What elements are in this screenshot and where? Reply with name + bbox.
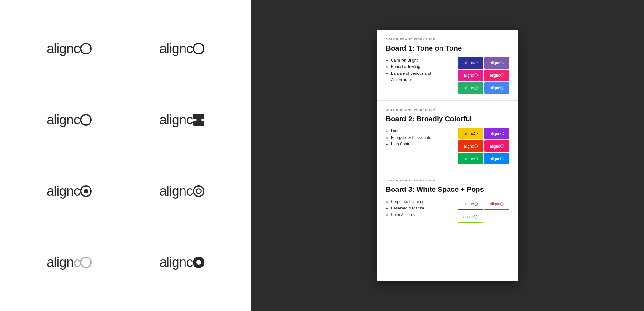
logo-variant-2: alignc: [159, 42, 205, 55]
board-1-logo-grid: alignc alignc alignc alignc alignc: [458, 57, 509, 94]
document-preview: COLOR BRAND WORKSHOP Board 1: Tone on To…: [377, 30, 518, 281]
board-1-logo-cell-1: alignc: [458, 57, 483, 69]
logo-variant-3: alignc: [47, 113, 92, 127]
board-2-bullet-3: High Contrast: [391, 141, 453, 147]
board-2-bullets: Loud Energetic & Passionate High Contras…: [386, 128, 453, 147]
board-1-mini-logo-5: alignc: [463, 85, 478, 90]
board-3-mini-logo-1: alignc: [463, 201, 478, 206]
board-1-bullet-2: Honest & Inviting: [391, 63, 453, 70]
board-1-logo-cell-3: alignc: [458, 70, 483, 81]
board-1-logo-cell-6: alignc: [484, 82, 510, 94]
board-3-bullet-2: Reserved & Mature: [391, 205, 453, 211]
board-2-mini-logo-5: alignc: [463, 156, 478, 161]
board-2-bullet-2: Energetic & Passionate: [391, 134, 453, 141]
board-2-content: Loud Energetic & Passionate High Contras…: [386, 128, 509, 164]
board-3-section: COLOR BRAND WORKSHOP Board 3: White Spac…: [377, 171, 518, 229]
board-2-logo-cell-1: alignc: [458, 128, 483, 139]
board-3-workshop-label: COLOR BRAND WORKSHOP: [386, 179, 509, 182]
logo-o-inverted-icon: [193, 257, 204, 268]
logo-align-text: align: [47, 184, 74, 198]
logo-variant-4: alignc: [159, 113, 205, 127]
logo-variant-1: alignc: [47, 42, 92, 55]
logo-c-text: c: [186, 113, 193, 127]
logo-c-text: c: [73, 256, 80, 269]
logo-o-icon: [80, 43, 92, 54]
board-1-mini-logo-3: alignc: [463, 73, 478, 78]
board-1-logo-cell-5: alignc: [458, 82, 483, 94]
left-panel: alignc alignc alignc alignc alignc align…: [0, 0, 251, 311]
board-1-title: Board 1: Tone on Tone: [386, 44, 509, 53]
board-2-logo-cell-3: alignc: [458, 140, 483, 152]
logo-variant-6: alignc: [159, 184, 205, 198]
board-2-workshop-label: COLOR BRAND WORKSHOP: [386, 108, 509, 112]
board-1-workshop-label: COLOR BRAND WORKSHOP: [386, 38, 509, 41]
logo-o-target-icon: [80, 185, 92, 197]
board-1-section: COLOR BRAND WORKSHOP Board 1: Tone on To…: [377, 30, 518, 101]
board-2-logo-cell-6: alignc: [484, 153, 510, 164]
logo-align-text: align: [47, 42, 74, 55]
board-2-title: Board 2: Broadly Colorful: [386, 115, 509, 123]
logo-o-double-circle-icon: [193, 185, 204, 197]
logo-variant-8: alignc: [159, 256, 205, 269]
board-2-mini-logo-4: alignc: [490, 144, 504, 149]
board-3-bullets: Corporate Leaning Reserved & Mature Colo…: [386, 199, 453, 218]
logo-c-text: c: [186, 256, 193, 269]
logo-c-text: c: [73, 184, 80, 198]
board-2-logo-grid: alignc alignc alignc alignc alignc: [458, 128, 509, 164]
board-1-bullet-3: Balance of Serious and Adventurous: [391, 70, 453, 83]
board-1-mini-logo-6: alignc: [490, 85, 504, 90]
board-3-mini-logo-2: alignc: [490, 201, 504, 206]
board-3-title: Board 3: White Space + Pops: [386, 185, 509, 194]
board-2-bullet-1: Loud: [391, 128, 453, 134]
board-3-logo-grid: alignc alignc alignc: [458, 199, 509, 223]
logo-c-text: c: [186, 184, 193, 198]
board-2-logo-cell-2: alignc: [484, 128, 510, 139]
logo-variant-7: alignc: [47, 256, 92, 269]
logo-c-text: c: [73, 42, 80, 55]
board-1-logo-cell-4: alignc: [484, 70, 510, 81]
board-3-logo-cell-2: alignc: [484, 199, 509, 210]
logo-variant-5: alignc: [47, 184, 92, 198]
logo-align-text: align: [159, 42, 186, 55]
board-1-mini-logo-4: alignc: [490, 73, 504, 78]
logo-c-text: c: [73, 113, 80, 127]
board-3-top-row: alignc alignc: [458, 199, 509, 210]
logo-o-icon: [193, 43, 204, 54]
board-3-bullet-1: Corporate Leaning: [391, 199, 453, 205]
board-1-mini-logo-1: alignc: [463, 60, 478, 65]
board-2-mini-logo-1: alignc: [463, 131, 478, 136]
board-3-bullet-3: Color Accents: [391, 211, 453, 218]
logo-align-text: align: [159, 113, 186, 127]
board-1-logo-cell-2: alignc: [484, 57, 510, 69]
board-3-content: Corporate Leaning Reserved & Mature Colo…: [386, 199, 509, 223]
logo-align-text: align: [47, 256, 74, 269]
board-3-logo-cell-3: alignc: [458, 211, 483, 223]
logo-o-hourglass-icon: [193, 114, 204, 126]
board-2-mini-logo-2: alignc: [490, 131, 504, 136]
logo-o-icon: [80, 114, 92, 126]
board-3-bottom-row: alignc: [458, 211, 509, 223]
board-3-mini-logo-3: alignc: [463, 214, 478, 219]
board-2-mini-logo-6: alignc: [490, 156, 504, 161]
right-panel: COLOR BRAND WORKSHOP Board 1: Tone on To…: [251, 0, 644, 311]
board-2-mini-logo-3: alignc: [463, 144, 478, 149]
board-1-content: Calm Yet Bright Honest & Inviting Balanc…: [386, 57, 509, 94]
board-1-bullet-1: Calm Yet Bright: [391, 57, 453, 63]
board-2-logo-cell-4: alignc: [484, 140, 510, 152]
logo-align-text: align: [159, 184, 186, 198]
logo-o-gray-icon: [80, 257, 92, 268]
board-2-section: COLOR BRAND WORKSHOP Board 2: Broadly Co…: [377, 101, 518, 171]
logo-c-text: c: [186, 42, 193, 55]
board-2-logo-cell-5: alignc: [458, 153, 483, 164]
logo-align-text: align: [47, 113, 74, 127]
logo-align-text: align: [159, 256, 186, 269]
board-1-mini-logo-2: alignc: [490, 60, 504, 65]
board-1-bullets: Calm Yet Bright Honest & Inviting Balanc…: [386, 57, 453, 83]
board-3-logo-cell-1: alignc: [458, 199, 483, 210]
